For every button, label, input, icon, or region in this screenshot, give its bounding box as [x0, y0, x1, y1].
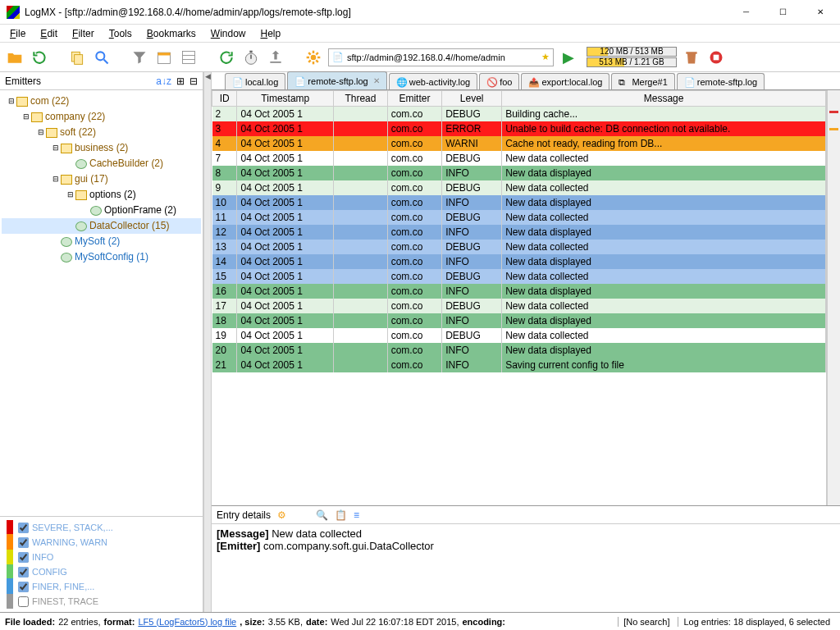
- filter-icon[interactable]: [130, 48, 149, 67]
- log-scrollbar[interactable]: [827, 90, 840, 505]
- cell-ts: 04 Oct 2005 1: [237, 107, 334, 122]
- search-icon[interactable]: [92, 48, 112, 67]
- level-filter-row[interactable]: FINER, FINE,...: [18, 579, 196, 594]
- stopwatch-icon[interactable]: [241, 48, 261, 67]
- menu-filter[interactable]: Filter: [66, 26, 101, 41]
- col-emitter[interactable]: Emitter: [387, 91, 441, 107]
- settings-icon[interactable]: [304, 48, 323, 67]
- tree-node[interactable]: CacheBuilder (2): [2, 156, 201, 171]
- level-filter-row[interactable]: CONFIG: [18, 564, 196, 579]
- sidebar-collapse-handle[interactable]: ◀: [203, 72, 212, 612]
- tree-node[interactable]: ⊟company (22): [2, 109, 201, 125]
- tab[interactable]: 📄remote-sftp.log: [677, 73, 765, 89]
- tab[interactable]: 🌐web-activity.log: [389, 73, 477, 89]
- tree-node[interactable]: ⊟gui (17): [2, 171, 201, 187]
- details-copy-icon[interactable]: 📋: [335, 509, 347, 521]
- log-row[interactable]: 904 Oct 2005 1com.coDEBUGNew data collec…: [212, 180, 826, 195]
- export-icon[interactable]: [266, 48, 285, 67]
- favorite-icon[interactable]: ★: [541, 52, 550, 62]
- col-level[interactable]: Level: [442, 91, 502, 107]
- level-checkbox[interactable]: [18, 523, 29, 533]
- tab[interactable]: ⧉Merge#1: [611, 73, 674, 89]
- tree-node[interactable]: ⊟options (2): [2, 187, 201, 203]
- refresh-icon[interactable]: [30, 48, 49, 67]
- cell-lv: DEBUG: [442, 240, 502, 254]
- tab[interactable]: 📄local.log: [225, 73, 285, 89]
- details-wrap-icon[interactable]: ≡: [354, 509, 359, 521]
- level-checkbox[interactable]: [18, 552, 29, 563]
- stop-icon[interactable]: [706, 48, 726, 67]
- trash-icon[interactable]: [682, 48, 701, 67]
- log-table-wrap[interactable]: IDTimestampThreadEmitterLevelMessage 204…: [212, 90, 827, 505]
- tree-node[interactable]: DataCollector (15): [2, 218, 201, 234]
- log-row[interactable]: 1304 Oct 2005 1com.coDEBUGNew data colle…: [212, 240, 826, 254]
- tree-node[interactable]: ⊟com (22): [2, 94, 201, 109]
- level-checkbox[interactable]: [18, 582, 29, 592]
- close-button[interactable]: ✕: [801, 1, 838, 24]
- log-row[interactable]: 1704 Oct 2005 1com.coDEBUGNew data colle…: [212, 299, 826, 313]
- grid-icon[interactable]: [179, 48, 199, 67]
- menu-file[interactable]: File: [3, 26, 32, 41]
- log-row[interactable]: 1004 Oct 2005 1com.coINFONew data displa…: [212, 195, 826, 210]
- log-row[interactable]: 204 Oct 2005 1com.coDEBUGBuilding cache.…: [212, 107, 826, 122]
- minimize-button[interactable]: ─: [728, 1, 765, 24]
- level-checkbox[interactable]: [18, 596, 29, 607]
- cell-lv: DEBUG: [442, 269, 502, 284]
- play-icon[interactable]: ▶: [559, 48, 578, 67]
- tab[interactable]: 🚫foo: [479, 73, 519, 89]
- maximize-button[interactable]: ☐: [765, 1, 801, 24]
- log-row[interactable]: 1804 Oct 2005 1com.coINFONew data displa…: [212, 313, 826, 328]
- level-checkbox[interactable]: [18, 567, 29, 578]
- collapse-tree-icon[interactable]: ⊟: [189, 75, 198, 87]
- log-row[interactable]: 704 Oct 2005 1com.coDEBUGNew data collec…: [212, 151, 826, 166]
- log-row[interactable]: 1904 Oct 2005 1com.coDEBUGNew data colle…: [212, 328, 826, 343]
- entry-details-panel: Entry details ⚙ 🔍 📋 ≡ [Message] New data…: [212, 505, 840, 612]
- col-thread[interactable]: Thread: [334, 91, 388, 107]
- tree-node[interactable]: ⊟soft (22): [2, 125, 201, 140]
- log-row[interactable]: 404 Oct 2005 1com.coWARNICache not ready…: [212, 136, 826, 151]
- col-message[interactable]: Message: [502, 91, 826, 107]
- cell-em: com.co: [387, 299, 441, 313]
- copy-icon[interactable]: [67, 48, 87, 67]
- level-filter-row[interactable]: FINEST, TRACE: [18, 594, 196, 609]
- log-row[interactable]: 2104 Oct 2005 1com.coINFOSaving current …: [212, 358, 826, 372]
- tree-node[interactable]: MySoftConfig (1): [2, 249, 201, 265]
- address-bar[interactable]: 📄 sftp://admin@192.168.0.4//home/admin ★: [328, 48, 554, 66]
- tab[interactable]: 📄remote-sftp.log✕: [287, 71, 386, 89]
- log-row[interactable]: 1104 Oct 2005 1com.coDEBUGNew data colle…: [212, 210, 826, 225]
- log-row[interactable]: 1404 Oct 2005 1com.coINFONew data displa…: [212, 254, 826, 269]
- log-row[interactable]: 1204 Oct 2005 1com.coINFONew data displa…: [212, 225, 826, 240]
- expand-tree-icon[interactable]: ⊞: [176, 75, 185, 87]
- col-timestamp[interactable]: Timestamp: [237, 91, 334, 107]
- open-icon[interactable]: [5, 48, 25, 67]
- log-row[interactable]: 804 Oct 2005 1com.coINFONew data display…: [212, 166, 826, 180]
- menu-tools[interactable]: Tools: [103, 26, 139, 41]
- tree-node[interactable]: OptionFrame (2): [2, 203, 201, 218]
- sort-az-icon[interactable]: a↓z: [156, 75, 171, 87]
- calendar-icon[interactable]: [154, 48, 174, 67]
- level-filter-row[interactable]: WARNING, WARN: [18, 535, 196, 550]
- level-checkbox[interactable]: [18, 537, 29, 548]
- tree-node[interactable]: MySoft (2): [2, 234, 201, 249]
- log-row[interactable]: 1604 Oct 2005 1com.coINFONew data displa…: [212, 284, 826, 299]
- details-settings-icon[interactable]: ⚙: [277, 509, 286, 521]
- menu-window[interactable]: Window: [204, 26, 253, 41]
- log-row[interactable]: 304 Oct 2005 1com.coERRORUnable to build…: [212, 121, 826, 136]
- statusbar: File loaded: 22 entries, format: LF5 (Lo…: [0, 612, 840, 630]
- status-format-link[interactable]: LF5 (LogFactor5) log file: [138, 617, 236, 627]
- details-search-icon[interactable]: 🔍: [316, 509, 328, 521]
- log-row[interactable]: 1504 Oct 2005 1com.coDEBUGNew data colle…: [212, 269, 826, 284]
- tab-close-icon[interactable]: ✕: [373, 76, 380, 85]
- level-filter-row[interactable]: INFO: [18, 550, 196, 564]
- col-id[interactable]: ID: [212, 91, 237, 107]
- tab[interactable]: 📤export:local.log: [521, 73, 609, 89]
- menu-edit[interactable]: Edit: [34, 26, 64, 41]
- tab-icon: 📄: [684, 77, 694, 87]
- reload-icon[interactable]: [217, 48, 236, 67]
- tree-node[interactable]: ⊟business (2): [2, 140, 201, 156]
- menu-help[interactable]: Help: [253, 26, 287, 41]
- level-filter-row[interactable]: SEVERE, STACK,...: [18, 520, 196, 535]
- cell-th: [334, 210, 388, 225]
- menu-bookmarks[interactable]: Bookmarks: [140, 26, 203, 41]
- log-row[interactable]: 2004 Oct 2005 1com.coINFONew data displa…: [212, 343, 826, 358]
